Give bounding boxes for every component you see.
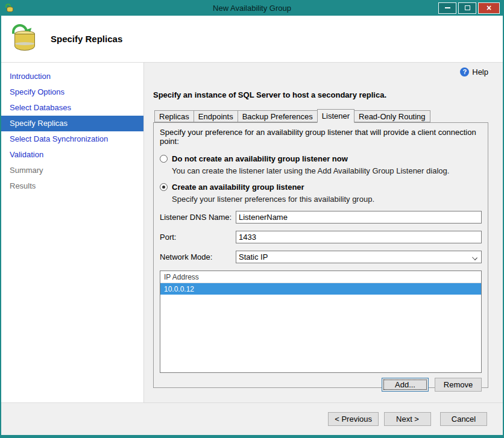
window-controls: × [438, 2, 503, 14]
tab-listener[interactable]: Listener [317, 109, 354, 123]
help-label: Help [472, 67, 488, 77]
sidebar-item-introduction[interactable]: Introduction [1, 69, 143, 84]
sidebar-item-results: Results [1, 178, 143, 194]
sidebar-item-specify-options[interactable]: Specify Options [1, 84, 143, 100]
titlebar: New Availability Group × [1, 0, 503, 16]
radio-create-listener-circle[interactable] [160, 183, 168, 191]
tab-replicas[interactable]: Replicas [154, 110, 194, 122]
ip-address-column-header[interactable]: IP Address [160, 271, 481, 283]
port-label: Port: [160, 233, 236, 242]
minimize-icon [445, 7, 450, 8]
previous-button[interactable]: < Previous [328, 412, 379, 426]
wizard-footer: < Previous Next > Cancel [1, 402, 503, 435]
ip-address-list[interactable]: IP Address 10.0.0.12 [160, 271, 482, 373]
remove-button[interactable]: Remove [435, 378, 482, 392]
dns-name-row: Listener DNS Name: [160, 211, 482, 224]
radio-no-listener-desc: You can create the listener later using … [172, 166, 482, 175]
radio-create-listener-label: Create an availability group listener [172, 183, 304, 192]
new-availability-group-window: New Availability Group × Specify Replica… [0, 0, 504, 438]
cancel-button[interactable]: Cancel [440, 412, 487, 426]
wizard-header: Specify Replicas [1, 16, 503, 63]
close-button[interactable]: × [478, 2, 500, 14]
ip-list-buttons: Add... Remove [160, 378, 482, 392]
maximize-icon [465, 5, 470, 10]
tab-strip: Replicas Endpoints Backup Preferences Li… [153, 109, 488, 122]
dns-name-input[interactable] [236, 211, 482, 224]
network-mode-row: Network Mode: Static IP [160, 251, 482, 263]
page-title: Specify Replicas [51, 34, 122, 44]
network-mode-label: Network Mode: [160, 252, 236, 261]
radio-no-listener[interactable]: Do not create an availability group list… [160, 154, 482, 163]
listener-tab-page: Specify your preference for an availabil… [153, 122, 488, 388]
window-title: New Availability Group [1, 4, 503, 13]
close-icon: × [487, 4, 491, 12]
maximize-button[interactable] [458, 2, 476, 14]
minimize-button[interactable] [438, 2, 456, 14]
listener-intro-text: Specify your preference for an availabil… [160, 128, 482, 146]
ip-address-row[interactable]: 10.0.0.12 [160, 283, 481, 295]
chevron-down-icon [472, 255, 477, 260]
sidebar-item-select-databases[interactable]: Select Databases [1, 100, 143, 116]
add-button[interactable]: Add... [382, 378, 429, 392]
tab-read-only-routing[interactable]: Read-Only Routing [354, 110, 430, 122]
sidebar-item-select-data-sync[interactable]: Select Data Synchronization [1, 131, 143, 147]
main-panel: ? Help Specify an instance of SQL Server… [144, 63, 503, 402]
sidebar-item-validation[interactable]: Validation [1, 147, 143, 163]
database-cylinder-band [15, 42, 34, 45]
port-input[interactable] [236, 231, 482, 243]
sidebar-item-summary: Summary [1, 163, 143, 178]
radio-create-listener[interactable]: Create an availability group listener [160, 183, 482, 192]
tab-backup-preferences[interactable]: Backup Preferences [238, 110, 318, 122]
port-row: Port: [160, 231, 482, 243]
availability-group-icon [11, 24, 40, 54]
help-link[interactable]: ? Help [153, 66, 488, 77]
dns-name-label: Listener DNS Name: [160, 213, 236, 222]
network-mode-dropdown[interactable]: Static IP [236, 251, 482, 263]
radio-no-listener-label: Do not create an availability group list… [172, 154, 348, 163]
radio-create-listener-desc: Specify your listener preferences for th… [172, 195, 482, 204]
radio-no-listener-circle[interactable] [160, 155, 168, 163]
sidebar-item-specify-replicas[interactable]: Specify Replicas [1, 116, 143, 131]
body: Introduction Specify Options Select Data… [1, 63, 503, 402]
tab-endpoints[interactable]: Endpoints [194, 110, 238, 122]
next-button[interactable]: Next > [384, 412, 431, 426]
instruction-text: Specify an instance of SQL Server to hos… [153, 90, 488, 99]
help-icon: ? [460, 67, 469, 77]
wizard-steps-sidebar: Introduction Specify Options Select Data… [1, 63, 144, 402]
network-mode-value: Static IP [239, 252, 268, 261]
